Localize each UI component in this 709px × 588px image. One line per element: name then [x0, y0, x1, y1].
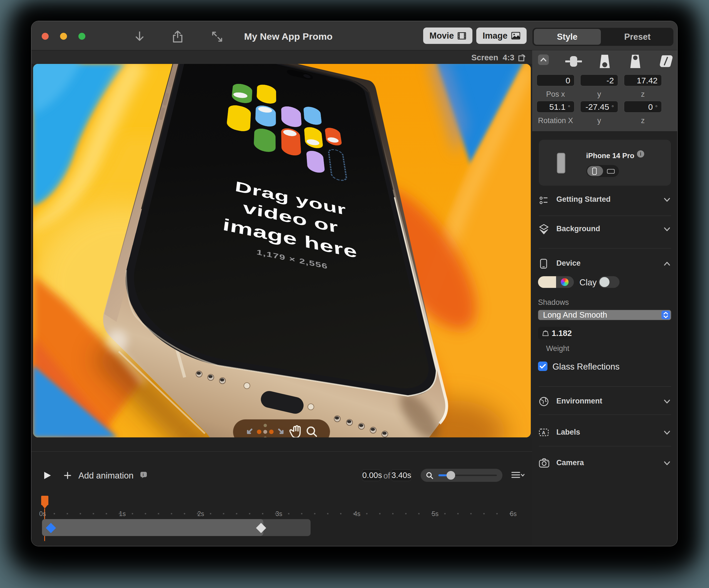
svg-text:A: A — [542, 430, 545, 436]
svg-text:i: i — [142, 472, 144, 477]
